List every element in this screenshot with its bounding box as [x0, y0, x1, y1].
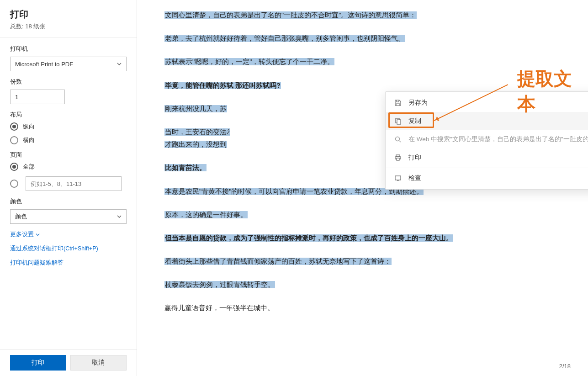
- system-dialog-link[interactable]: 通过系统对话框打印(Ctrl+Shift+P): [10, 245, 127, 253]
- svg-point-2: [396, 137, 400, 141]
- print-sidebar: ? 打印 总数: 18 纸张 打印机 Microsoft Print to PD…: [0, 0, 137, 376]
- layout-landscape-option[interactable]: 横向: [10, 136, 127, 144]
- print-preview: 文同心里清楚，自己的表弟是出了名的"一肚皮的不合时宜"。这句诗的意思很简单： 老…: [137, 0, 588, 376]
- ctx-search[interactable]: 在 Web 中搜索"文同心里清楚，自己的表弟是出了名的"一肚皮的不合时宜"。这句…: [386, 130, 588, 148]
- doc-line: 文同心里清楚，自己的表弟是出了名的"一肚皮的不合时宜"。这句诗的意思很简单：: [164, 10, 588, 21]
- dialog-title: 打印: [10, 8, 127, 21]
- copy-icon: [394, 117, 402, 125]
- doc-line: 杖藜裹饭去匆匆，过眼青钱转手空。: [164, 280, 588, 290]
- pages-section-label: 页面: [10, 151, 127, 159]
- svg-rect-6: [395, 176, 401, 180]
- chevron-down-icon: [117, 62, 122, 66]
- color-section-label: 颜色: [10, 197, 127, 206]
- printer-section-label: 打印机: [10, 45, 127, 53]
- printer-select[interactable]: Microsoft Print to PDF: [10, 57, 127, 71]
- search-icon: [394, 135, 402, 143]
- separator: [386, 168, 588, 168]
- doc-line: 老弟，去了杭州就好好待着，管好自己那张臭嘴，别多管闲事，也别阴阳怪气。: [164, 33, 588, 44]
- pages-all-option[interactable]: 全部: [10, 163, 127, 171]
- inspect-icon: [394, 174, 402, 182]
- troubleshoot-link[interactable]: 打印机问题疑难解答: [10, 259, 127, 267]
- radio-icon: [10, 163, 18, 171]
- radio-icon: [10, 136, 18, 144]
- ctx-print[interactable]: 打印 Ctrl+P: [386, 148, 588, 167]
- print-button[interactable]: 打印: [10, 355, 66, 371]
- radio-icon: [10, 180, 18, 188]
- copies-section-label: 份数: [10, 78, 127, 86]
- doc-line: 看着街头上那些借了青苗钱而倾家荡产的百姓，苏轼无奈地写下了这首诗：: [164, 256, 588, 267]
- layout-section-label: 布局: [10, 111, 127, 119]
- page-indicator: 2/18: [559, 363, 571, 370]
- doc-line: 但当本是自愿的贷款，成为了强制性的指标摊派时，再好的政策，也成了百姓身上的一座大…: [164, 233, 588, 244]
- page-count: 总数: 18 纸张: [10, 22, 127, 31]
- ctx-inspect[interactable]: 检查 Ctrl+Shift+I: [386, 169, 588, 187]
- print-icon: [394, 154, 402, 162]
- color-value: 颜色: [15, 212, 27, 221]
- more-settings-link[interactable]: 更多设置: [10, 230, 40, 238]
- radio-icon: [10, 122, 18, 131]
- color-select[interactable]: 颜色: [10, 209, 127, 224]
- layout-portrait-option[interactable]: 纵向: [10, 122, 127, 131]
- annotation-text: 提取文本: [517, 66, 588, 117]
- doc-line: 赢得儿童语音好，一年强半在城中。: [164, 303, 588, 313]
- copies-input[interactable]: [10, 90, 65, 104]
- svg-rect-1: [397, 120, 401, 124]
- pages-range-option[interactable]: [10, 176, 127, 191]
- cancel-button[interactable]: 取消: [70, 355, 127, 371]
- svg-rect-5: [397, 158, 399, 160]
- save-icon: [394, 99, 402, 107]
- pages-range-input[interactable]: [26, 176, 122, 191]
- svg-rect-3: [396, 155, 400, 157]
- chevron-down-icon: [36, 233, 40, 237]
- printer-value: Microsoft Print to PDF: [15, 61, 73, 68]
- doc-line: 原本，这的确是一件好事。: [164, 210, 588, 220]
- chevron-down-icon: [117, 214, 122, 219]
